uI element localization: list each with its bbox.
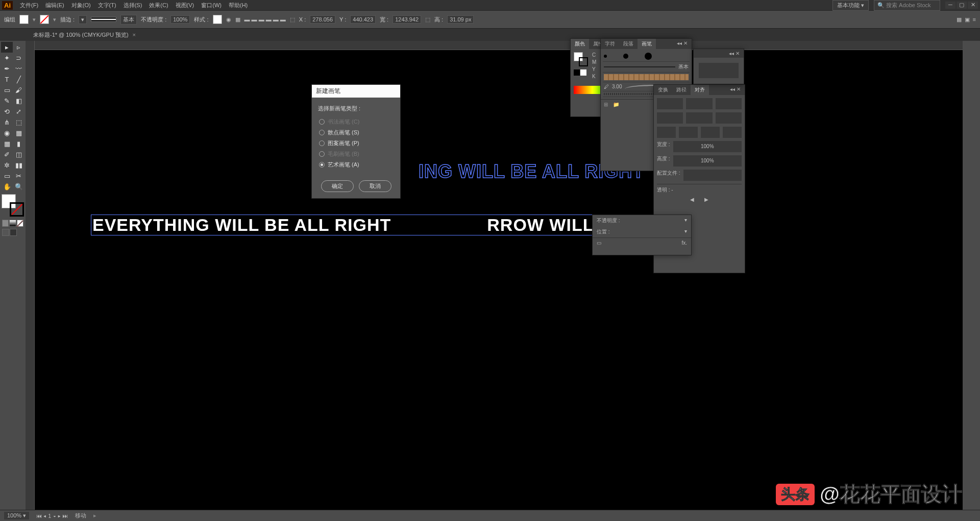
bw-swatches[interactable] bbox=[574, 69, 588, 76]
menu-object[interactable]: 对象(O) bbox=[68, 1, 94, 10]
rotate-tool[interactable]: ⟲ bbox=[1, 106, 13, 117]
menu-file[interactable]: 文件(F) bbox=[17, 1, 41, 10]
shape-builder-tool[interactable]: ◉ bbox=[1, 128, 13, 138]
edit-icon[interactable]: ▣ bbox=[965, 16, 970, 23]
document-tab[interactable]: 未标题-1* @ 100% (CMYK/GPU 预览) × bbox=[28, 30, 141, 40]
brush-libraries-icon[interactable]: ⊞ bbox=[604, 102, 608, 107]
zoom-level[interactable]: 100% ▾ bbox=[4, 512, 29, 519]
next-icon[interactable]: ▶ bbox=[704, 197, 708, 202]
menu-view[interactable]: 视图(V) bbox=[173, 1, 198, 10]
tab-transform[interactable]: 变换 bbox=[654, 85, 672, 95]
ok-button[interactable]: 确定 bbox=[321, 180, 354, 192]
h-value[interactable]: 31.09 px bbox=[447, 15, 474, 23]
blend-tool[interactable]: ◫ bbox=[13, 149, 24, 160]
y-value[interactable]: 440.423 bbox=[350, 15, 376, 23]
appearance-panel[interactable]: 不透明度 :▾ 位置 :▾ ▭fx. bbox=[592, 215, 692, 255]
artboard-tool[interactable]: ▭ bbox=[1, 171, 13, 181]
brush-folder-icon[interactable]: 📁 bbox=[613, 102, 619, 107]
canvas[interactable]: ING WILL BE ALL RIGHT EVERYTHING WILL BE… bbox=[26, 41, 963, 510]
align-btn[interactable] bbox=[701, 127, 720, 138]
rectangle-tool[interactable]: ▭ bbox=[1, 85, 13, 96]
align-btn[interactable] bbox=[657, 127, 676, 138]
stroke-color[interactable] bbox=[10, 202, 24, 217]
type-tool[interactable]: T bbox=[1, 74, 13, 85]
perspective-tool[interactable]: ▦ bbox=[13, 128, 24, 138]
fill-swatch[interactable] bbox=[19, 15, 29, 24]
link-wh-icon[interactable]: ⬚ bbox=[425, 16, 430, 23]
panel-collapse-icon[interactable]: ◂◂ ✕ bbox=[673, 39, 692, 49]
profile-field[interactable] bbox=[683, 170, 742, 181]
menu-type[interactable]: 文字(T) bbox=[95, 1, 119, 10]
free-transform-tool[interactable]: ⬚ bbox=[13, 117, 24, 128]
align-buttons[interactable]: ▬ ▬ ▬ ▬ ▬ ▬ bbox=[244, 16, 286, 22]
hand-tool[interactable]: ✋ bbox=[1, 181, 13, 192]
fill-stroke-control[interactable] bbox=[2, 194, 24, 217]
workspace-selector[interactable]: 基本功能 ▾ bbox=[832, 0, 869, 11]
maximize-button[interactable]: ▢ bbox=[957, 2, 967, 9]
lasso-tool[interactable]: ⊃ bbox=[13, 53, 24, 63]
close-tab-icon[interactable]: × bbox=[133, 32, 136, 38]
panel-button[interactable] bbox=[699, 63, 739, 78]
position-row-value[interactable]: ▾ bbox=[684, 228, 687, 235]
stroke-weight[interactable]: ▾ bbox=[79, 15, 87, 24]
ruler-vertical[interactable] bbox=[26, 41, 35, 510]
style-swatch[interactable] bbox=[213, 15, 222, 24]
tab-paragraph[interactable]: 段落 bbox=[619, 39, 638, 49]
tab-color[interactable]: 颜色 bbox=[571, 39, 589, 49]
mesh-tool[interactable]: ▦ bbox=[1, 138, 13, 149]
tab-path[interactable]: 路径 bbox=[672, 85, 691, 95]
brush-item[interactable] bbox=[603, 73, 690, 82]
eyedropper-tool[interactable]: ✐ bbox=[1, 149, 13, 160]
prev-icon[interactable]: ◀ bbox=[690, 197, 694, 202]
search-input[interactable]: 🔍 搜索 Adobe Stock bbox=[874, 0, 940, 11]
menu-effect[interactable]: 效果(C) bbox=[146, 1, 171, 10]
cancel-button[interactable]: 取消 bbox=[359, 180, 391, 192]
direct-selection-tool[interactable]: ▹ bbox=[13, 42, 24, 53]
w-field[interactable]: 100% bbox=[673, 141, 742, 152]
slice-tool[interactable]: ✂ bbox=[13, 171, 24, 181]
align-btn[interactable] bbox=[686, 98, 712, 109]
stroke-profile-preview[interactable] bbox=[91, 17, 116, 22]
curvature-tool[interactable]: 〰 bbox=[13, 63, 24, 74]
recolor-icon[interactable]: ◉ bbox=[226, 16, 231, 23]
align-btn[interactable] bbox=[716, 112, 742, 124]
align-btn[interactable] bbox=[657, 98, 683, 109]
screen-mode-buttons[interactable] bbox=[1, 228, 24, 237]
minimize-button[interactable]: ─ bbox=[945, 2, 955, 9]
panel-fill-stroke[interactable] bbox=[574, 52, 588, 66]
graph-tool[interactable]: ▮▮ bbox=[13, 160, 24, 171]
right-dock[interactable] bbox=[963, 41, 980, 510]
panel-collapse-icon[interactable]: ◂◂ ✕ bbox=[726, 85, 745, 95]
artboard-nav[interactable]: ⏮ ◀ 1 ▾ ▶ ⏭ bbox=[36, 513, 67, 519]
eraser-tool[interactable]: ◧ bbox=[13, 96, 24, 106]
radio-art[interactable]: 艺术画笔 (A) bbox=[318, 159, 394, 170]
line-tool[interactable]: ╱ bbox=[13, 74, 24, 85]
gradient-tool[interactable]: ▮ bbox=[13, 138, 24, 149]
panel-menu-icon[interactable]: ≡ bbox=[973, 16, 976, 23]
zoom-tool[interactable]: 🔍 bbox=[13, 181, 24, 192]
layer-icon[interactable]: ▭ bbox=[597, 240, 601, 246]
menu-select[interactable]: 选择(S) bbox=[120, 1, 145, 10]
align-btn[interactable] bbox=[679, 127, 698, 138]
align-btn[interactable] bbox=[723, 127, 742, 138]
align-icon[interactable]: ▦ bbox=[235, 16, 240, 23]
selection-tool[interactable]: ▸ bbox=[1, 42, 13, 53]
tab-align[interactable]: 对齐 bbox=[691, 85, 709, 95]
scale-tool[interactable]: ⤢ bbox=[13, 106, 24, 117]
ruler-horizontal[interactable] bbox=[35, 41, 963, 50]
h-field[interactable]: 100% bbox=[673, 155, 742, 167]
opacity-value[interactable]: 100% bbox=[170, 15, 190, 23]
shaper-tool[interactable]: ✎ bbox=[1, 96, 13, 106]
w-value[interactable]: 1243.942 bbox=[393, 15, 421, 23]
menu-window[interactable]: 窗口(W) bbox=[198, 1, 225, 10]
isolate-icon[interactable]: ▦ bbox=[957, 16, 962, 23]
tab-character[interactable]: 字符 bbox=[601, 39, 619, 49]
align-btn[interactable] bbox=[686, 112, 712, 124]
fx-icon[interactable]: fx. bbox=[681, 240, 687, 246]
panel-collapse-icon[interactable]: ◂◂ ✕ bbox=[725, 49, 744, 58]
brush-item[interactable]: 基本 bbox=[603, 62, 690, 73]
x-value[interactable]: 278.056 bbox=[310, 15, 335, 23]
color-mode-buttons[interactable] bbox=[1, 219, 24, 228]
brush-item[interactable] bbox=[603, 51, 690, 62]
radio-pattern[interactable]: 图案画笔 (P) bbox=[318, 138, 394, 149]
